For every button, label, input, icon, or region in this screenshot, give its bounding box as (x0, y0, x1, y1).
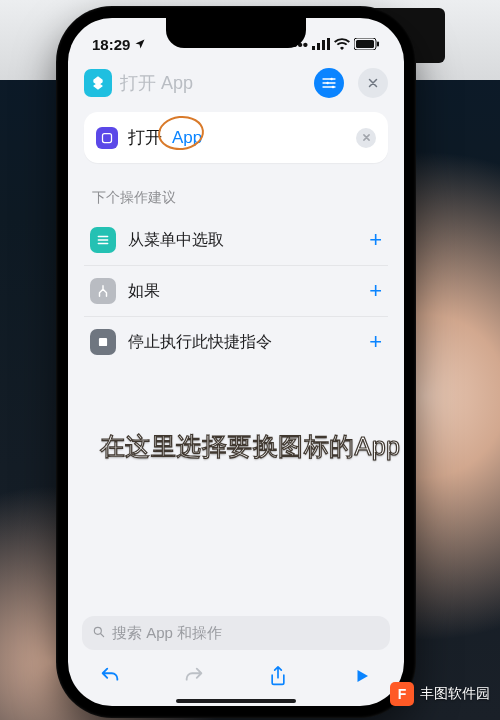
shortcut-app-icon (84, 69, 112, 97)
undo-icon (99, 665, 121, 687)
x-small-icon (362, 133, 371, 142)
phone-frame: 18:29 ••• 打开 Ap (56, 6, 416, 718)
signal-icon (312, 36, 330, 53)
close-icon (367, 77, 379, 89)
share-icon (268, 665, 288, 687)
bottom-toolbar (68, 654, 404, 698)
suggestion-label: 停止执行此快捷指令 (128, 332, 272, 353)
suggestion-label: 如果 (128, 281, 160, 302)
redo-icon (183, 665, 205, 687)
settings-button[interactable] (314, 68, 344, 98)
sliders-icon (321, 75, 337, 91)
search-icon (92, 625, 106, 642)
status-time: 18:29 (92, 36, 130, 53)
open-app-action-card[interactable]: 打开 App (84, 112, 388, 163)
watermark-text: 丰图软件园 (420, 685, 490, 703)
svg-rect-0 (312, 46, 315, 50)
watermark-logo-icon: F (390, 682, 414, 706)
play-icon (353, 667, 371, 685)
svg-point-9 (332, 86, 335, 89)
wifi-icon (334, 36, 350, 53)
suggestion-if[interactable]: 如果 + (84, 266, 388, 317)
svg-rect-1 (317, 43, 320, 50)
suggestions-list: 从菜单中选取 + 如果 + 停止执行此快捷指令 + (84, 215, 388, 367)
svg-rect-10 (103, 133, 112, 142)
run-button[interactable] (349, 663, 375, 689)
search-input[interactable]: 搜索 App 和操作 (82, 616, 390, 650)
screen: 18:29 ••• 打开 Ap (68, 18, 404, 706)
svg-point-7 (330, 78, 333, 81)
watermark: F 丰图软件园 (390, 682, 490, 706)
search-placeholder: 搜索 App 和操作 (112, 624, 222, 643)
undo-button[interactable] (97, 663, 123, 689)
svg-rect-6 (377, 41, 379, 46)
suggestion-label: 从菜单中选取 (128, 230, 224, 251)
open-app-mini-icon (96, 127, 118, 149)
if-icon (90, 278, 116, 304)
add-suggestion-button[interactable]: + (369, 329, 382, 355)
add-suggestion-button[interactable]: + (369, 278, 382, 304)
editor-header: 打开 App (68, 62, 404, 112)
svg-point-12 (94, 627, 101, 634)
suggestions-heading: 下个操作建议 (92, 189, 380, 207)
close-button[interactable] (358, 68, 388, 98)
add-suggestion-button[interactable]: + (369, 227, 382, 253)
svg-rect-3 (327, 38, 330, 50)
notch (166, 18, 306, 48)
stop-icon (90, 329, 116, 355)
home-indicator (176, 699, 296, 703)
redo-button[interactable] (181, 663, 207, 689)
svg-rect-11 (99, 338, 107, 346)
menu-icon (90, 227, 116, 253)
suggestion-stop-shortcut[interactable]: 停止执行此快捷指令 + (84, 317, 388, 367)
clear-action-button[interactable] (356, 128, 376, 148)
share-button[interactable] (265, 663, 291, 689)
svg-rect-2 (322, 40, 325, 50)
svg-rect-5 (356, 40, 374, 48)
location-arrow-icon (134, 36, 146, 53)
svg-point-8 (326, 82, 329, 85)
shortcut-title-input[interactable]: 打开 App (120, 71, 306, 95)
suggestion-choose-from-menu[interactable]: 从菜单中选取 + (84, 215, 388, 266)
battery-icon (354, 36, 380, 53)
open-app-label: 打开 (128, 126, 162, 149)
app-parameter-placeholder[interactable]: App (172, 128, 202, 148)
